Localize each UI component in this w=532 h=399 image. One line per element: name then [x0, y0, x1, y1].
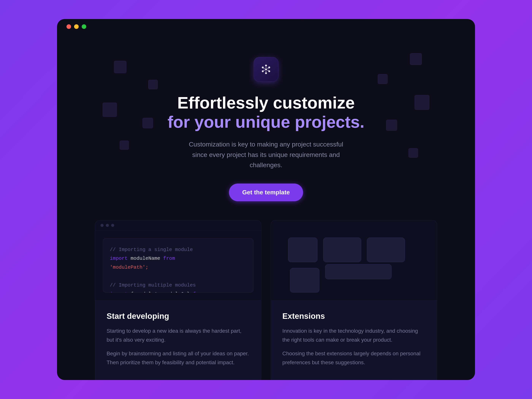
- code-window-chrome: [95, 220, 261, 231]
- code-keyword-from-1: from: [163, 256, 175, 261]
- card-extensions-title: Extensions: [282, 312, 425, 321]
- get-template-button[interactable]: Get the template: [229, 184, 303, 201]
- code-id-2: { module1, module2 }: [128, 291, 193, 293]
- svg-point-5: [262, 70, 264, 72]
- svg-point-3: [262, 66, 264, 68]
- svg-point-10: [267, 68, 268, 69]
- card-extensions-text1: Innovation is key in the technology indu…: [282, 326, 425, 344]
- app-icon-svg: [259, 63, 273, 76]
- code-dot-3: [111, 224, 114, 227]
- code-line-2: import moduleName from: [110, 254, 247, 263]
- card-start-developing-text2: Begin by brainstorming and listing all o…: [107, 349, 250, 367]
- minimize-button[interactable]: [74, 24, 79, 29]
- svg-point-2: [265, 72, 267, 74]
- extensions-blocks-container: [279, 228, 429, 300]
- code-line-1: // Importing a single module: [110, 245, 247, 254]
- code-dot-2: [106, 224, 109, 227]
- card-code-preview: // Importing a single module import modu…: [95, 220, 261, 300]
- code-window: // Importing a single module import modu…: [103, 238, 253, 293]
- hero-section: Effortlessly customize for your unique p…: [57, 19, 475, 220]
- main-window: Effortlessly customize for your unique p…: [57, 19, 475, 380]
- hero-title: Effortlessly customize for your unique p…: [168, 93, 365, 132]
- maximize-button[interactable]: [82, 24, 86, 29]
- code-line-6: import { module1, module2 } from: [110, 290, 247, 293]
- ext-block-1: [288, 238, 317, 262]
- svg-point-11: [264, 70, 265, 71]
- card-start-developing-text1: Starting to develop a new idea is always…: [107, 326, 250, 344]
- code-preview-inner: // Importing a single module import modu…: [103, 238, 253, 293]
- hero-title-line1: Effortlessly customize: [177, 93, 355, 112]
- card-extensions-preview: [271, 220, 437, 300]
- code-string-1: 'modulePath';: [110, 265, 148, 270]
- ext-block-2: [323, 238, 361, 262]
- svg-point-8: [266, 71, 266, 72]
- card-extensions-text2: Choosing the best extensions largely dep…: [282, 349, 425, 367]
- cards-row: // Importing a single module import modu…: [95, 220, 437, 380]
- hero-subtitle: Customization is key to making any proje…: [180, 139, 352, 170]
- card-extensions-body: Extensions Innovation is key in the tech…: [271, 300, 437, 380]
- code-comment-2: // Importing multiple modules: [110, 282, 196, 288]
- code-line-4: [110, 272, 247, 281]
- ext-block-5: [325, 264, 392, 279]
- svg-point-12: [267, 70, 268, 71]
- card-start-developing: // Importing a single module import modu…: [95, 220, 261, 380]
- code-comment-1: // Importing a single module: [110, 247, 193, 253]
- code-keyword-import-1: import: [110, 256, 128, 261]
- svg-point-6: [268, 70, 270, 72]
- ext-block-3: [367, 238, 405, 262]
- hero-title-line2: for your unique projects.: [168, 113, 365, 131]
- close-button[interactable]: [66, 24, 71, 29]
- code-keyword-from-2: from: [193, 291, 205, 293]
- window-chrome: [57, 19, 475, 34]
- code-line-5: // Importing multiple modules: [110, 281, 247, 290]
- card-extensions: Extensions Innovation is key in the tech…: [271, 220, 437, 380]
- code-line-3: 'modulePath';: [110, 263, 247, 272]
- code-dot-1: [101, 224, 104, 227]
- traffic-lights: [66, 24, 86, 29]
- card-start-developing-body: Start developing Starting to develop a n…: [95, 300, 261, 380]
- code-keyword-import-2: import: [110, 291, 128, 293]
- svg-point-0: [265, 68, 267, 70]
- ext-block-4: [290, 268, 319, 293]
- svg-point-1: [265, 65, 267, 66]
- app-icon: [254, 57, 278, 82]
- card-start-developing-title: Start developing: [107, 312, 250, 321]
- svg-point-4: [268, 66, 270, 68]
- svg-point-9: [264, 68, 265, 69]
- code-id-1: moduleName: [128, 256, 163, 261]
- svg-point-7: [266, 67, 266, 68]
